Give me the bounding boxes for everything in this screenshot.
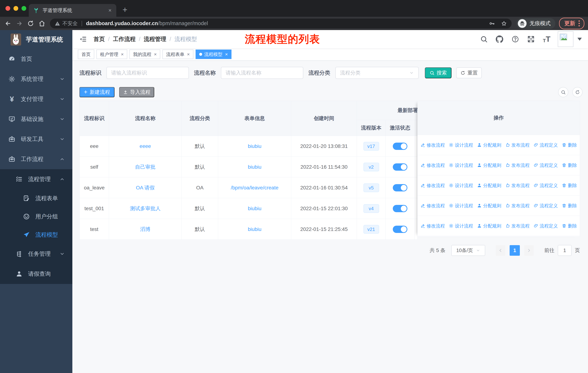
search-button[interactable]: 搜索: [425, 67, 452, 78]
close-icon[interactable]: ×: [154, 52, 157, 57]
active-toggle[interactable]: [393, 143, 407, 150]
action-edit[interactable]: 修改流程: [420, 162, 445, 168]
import-process-button[interactable]: 导入流程: [119, 87, 154, 97]
window-maximize-button[interactable]: [21, 6, 26, 11]
caret-down-icon[interactable]: [578, 38, 582, 40]
action-edit[interactable]: 修改流程: [420, 203, 445, 209]
action-design[interactable]: 设计流程: [449, 142, 473, 148]
action-assign[interactable]: 分配规则: [477, 182, 501, 189]
sidebar-item-devtools[interactable]: 研发工具: [0, 129, 72, 149]
process-name-link[interactable]: eeee: [109, 136, 182, 157]
refresh-button[interactable]: [572, 87, 583, 97]
process-name-link[interactable]: 测试多审批人: [109, 198, 182, 219]
action-assign[interactable]: 分配规则: [477, 203, 501, 209]
github-icon[interactable]: [496, 35, 504, 43]
sidebar-item-home[interactable]: 首页: [0, 49, 72, 69]
action-assign[interactable]: 分配规则: [477, 142, 501, 148]
action-publish[interactable]: 发布流程: [505, 142, 530, 148]
action-design[interactable]: 设计流程: [449, 182, 473, 189]
action-delete[interactable]: 删除: [562, 142, 577, 148]
app-logo[interactable]: 芋道管理系统: [0, 30, 72, 49]
action-delete[interactable]: 删除: [562, 203, 577, 209]
action-delete[interactable]: 删除: [562, 223, 577, 229]
form-info-link[interactable]: biubiu: [218, 219, 291, 240]
form-info-link[interactable]: /bpm/oa/leave/create: [218, 177, 291, 198]
page-size-select[interactable]: 10条/页: [451, 245, 485, 256]
form-info-link[interactable]: biubiu: [218, 157, 291, 177]
forward-icon[interactable]: [16, 20, 23, 27]
action-design[interactable]: 设计流程: [449, 162, 473, 168]
prev-page-button[interactable]: [496, 245, 505, 256]
browser-tab[interactable]: 芋道管理系统 ×: [29, 4, 116, 17]
action-assign[interactable]: 分配规则: [477, 223, 501, 229]
action-edit[interactable]: 修改流程: [420, 223, 445, 229]
fullscreen-icon[interactable]: [527, 35, 535, 43]
active-toggle[interactable]: [393, 184, 407, 192]
close-icon[interactable]: ×: [225, 52, 228, 57]
show-search-button[interactable]: [558, 87, 568, 97]
current-page[interactable]: 1: [510, 245, 520, 256]
form-info-link[interactable]: biubiu: [218, 198, 291, 219]
help-icon[interactable]: [511, 35, 519, 43]
key-icon[interactable]: [489, 20, 495, 26]
action-definition[interactable]: 流程定义: [534, 162, 558, 168]
window-minimize-button[interactable]: [13, 6, 18, 11]
close-icon[interactable]: ×: [121, 52, 124, 57]
goto-page-input[interactable]: [558, 245, 572, 256]
back-icon[interactable]: [5, 20, 11, 27]
reset-button[interactable]: 重置: [456, 67, 482, 78]
form-info-link[interactable]: biubiu: [218, 136, 291, 157]
version-badge[interactable]: v5: [363, 183, 379, 192]
version-badge[interactable]: v2: [363, 163, 379, 171]
avatar[interactable]: [558, 31, 573, 47]
action-design[interactable]: 设计流程: [449, 203, 473, 209]
bookmark-star-icon[interactable]: [501, 20, 507, 26]
category-select[interactable]: 流程分类: [335, 67, 419, 79]
action-definition[interactable]: 流程定义: [534, 223, 558, 229]
address-bar[interactable]: 不安全 dashboard.yudao.iocoder.cn/bpm/manag…: [50, 19, 512, 28]
tab-home[interactable]: 首页: [78, 50, 94, 59]
version-badge[interactable]: v4: [363, 204, 379, 213]
close-icon[interactable]: ×: [187, 52, 189, 57]
active-toggle[interactable]: [393, 163, 407, 171]
tab-process-form[interactable]: 流程表单×: [162, 50, 193, 59]
sidebar-item-process-form[interactable]: 流程表单: [0, 189, 72, 207]
action-edit[interactable]: 修改流程: [420, 142, 445, 148]
breadcrumb-item[interactable]: 首页: [94, 35, 105, 43]
action-design[interactable]: 设计流程: [449, 223, 473, 229]
action-definition[interactable]: 流程定义: [534, 203, 558, 209]
sidebar-item-payment[interactable]: ¥支付管理: [0, 89, 72, 109]
process-name-link[interactable]: 自己审批: [109, 157, 182, 177]
sidebar-item-system[interactable]: 系统管理: [0, 69, 72, 89]
action-publish[interactable]: 发布流程: [505, 162, 530, 168]
create-process-button[interactable]: + 新建流程: [79, 87, 115, 97]
sidebar-item-process-model[interactable]: 流程模型: [0, 226, 72, 244]
sidebar-item-process-mgmt[interactable]: 流程管理: [0, 169, 72, 189]
sidebar-item-workflow[interactable]: 工作流程: [0, 149, 72, 169]
action-publish[interactable]: 发布流程: [505, 223, 530, 229]
search-icon[interactable]: [480, 35, 488, 43]
sidebar-item-infra[interactable]: 基础设施: [0, 109, 72, 129]
version-badge[interactable]: v17: [363, 142, 379, 151]
tab-my-process[interactable]: 我的流程×: [129, 50, 160, 59]
process-name-link[interactable]: 滔博: [109, 219, 182, 240]
action-definition[interactable]: 流程定义: [534, 142, 558, 148]
active-toggle[interactable]: [393, 205, 407, 212]
window-close-button[interactable]: [5, 6, 10, 11]
insecure-warning-icon[interactable]: [55, 21, 60, 26]
sidebar-item-task-mgmt[interactable]: 任务管理: [0, 244, 72, 264]
sidebar-item-leave-query[interactable]: 请假查询: [0, 264, 72, 284]
home-icon[interactable]: [39, 20, 45, 27]
action-delete[interactable]: 删除: [562, 182, 577, 189]
tab-process-model[interactable]: 流程模型×: [196, 50, 231, 59]
sidebar-fold-icon[interactable]: [79, 35, 87, 43]
sidebar-item-user-group[interactable]: 用户分组: [0, 207, 72, 226]
action-delete[interactable]: 删除: [562, 162, 577, 168]
browser-menu-icon[interactable]: [578, 20, 581, 26]
action-publish[interactable]: 发布流程: [505, 203, 530, 209]
new-tab-button[interactable]: +: [123, 5, 127, 14]
reload-icon[interactable]: [27, 20, 34, 27]
active-toggle[interactable]: [393, 226, 407, 233]
breadcrumb-item[interactable]: 流程管理: [144, 35, 166, 43]
security-label[interactable]: 不安全: [62, 20, 78, 27]
